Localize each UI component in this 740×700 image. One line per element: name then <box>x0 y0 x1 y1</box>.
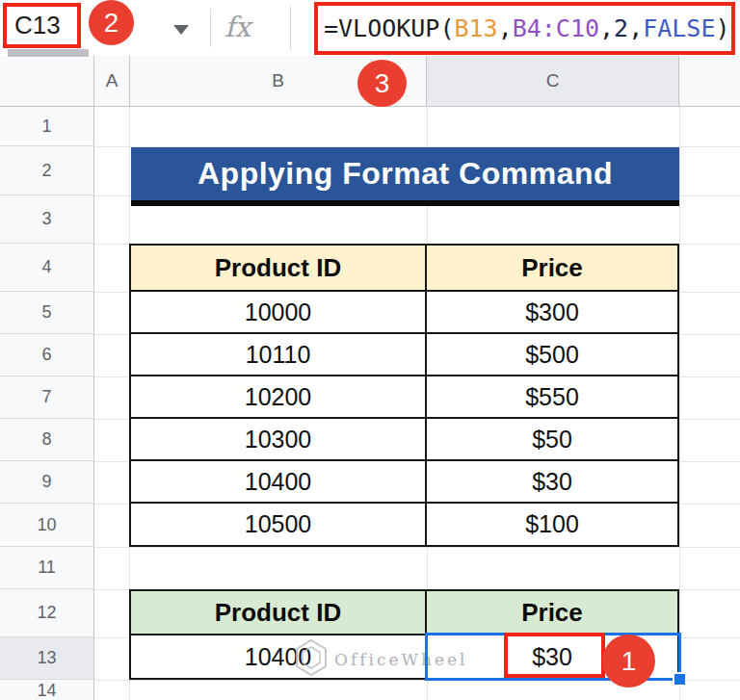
formula-token-lookup-ref: B13 <box>454 14 497 42</box>
row-header-13-selected[interactable]: 13 <box>0 637 93 680</box>
annotation-rect-result <box>504 633 605 678</box>
formula-token: =VLOOKUP( <box>324 14 454 42</box>
column-header-d-partial[interactable] <box>679 56 740 107</box>
cell-b5[interactable]: 10000 <box>131 292 427 332</box>
fx-icon: fx <box>225 11 280 43</box>
cell-c6[interactable]: $500 <box>427 334 677 375</box>
title-banner-cell[interactable]: Applying Format Command <box>131 147 679 206</box>
annotation-rect-name-box <box>3 3 81 48</box>
annotation-badge-1: 1 <box>602 635 655 687</box>
formula-token-boolean: FALSE <box>643 14 715 42</box>
header-cell-price[interactable]: Price <box>427 591 677 634</box>
row-header-8[interactable]: 8 <box>0 419 93 461</box>
cell-c8[interactable]: $50 <box>427 419 677 459</box>
cell-b13-lookup-value[interactable]: 10400 <box>131 635 427 678</box>
row-header-4[interactable]: 4 <box>0 244 93 292</box>
table-row: 10000 $300 <box>131 292 677 334</box>
row-header-7[interactable]: 7 <box>0 376 93 419</box>
row-header-9[interactable]: 9 <box>0 461 93 504</box>
lookup-table: Product ID Price 10000 $300 10110 $500 1… <box>129 244 679 547</box>
row-header-1[interactable]: 1 <box>0 107 93 146</box>
row-header-10[interactable]: 10 <box>0 504 93 547</box>
formula-input[interactable]: =VLOOKUP(B13,B4:C10,2,FALSE) <box>314 2 735 55</box>
cell-b6[interactable]: 10110 <box>131 334 427 375</box>
select-all-corner[interactable] <box>0 56 94 107</box>
header-cell-product-id[interactable]: Product ID <box>131 591 427 634</box>
formula-token-index: 2 <box>614 14 628 42</box>
annotation-badge-3: 3 <box>357 60 407 107</box>
row-header-column: 1 2 3 4 5 6 7 8 9 10 11 12 13 14 <box>0 107 94 700</box>
column-header-c[interactable]: C <box>427 56 679 107</box>
table-header-row: Product ID Price <box>131 246 677 292</box>
row-header-11[interactable]: 11 <box>0 547 93 589</box>
cell-c7[interactable]: $550 <box>427 376 677 417</box>
formula-token: , <box>498 14 513 42</box>
table-row: 10500 $100 <box>131 504 677 545</box>
table-row: 10200 $550 <box>131 376 677 419</box>
row-header-2[interactable]: 2 <box>0 146 93 195</box>
corner-shade-bar <box>8 49 89 57</box>
toolbar-divider <box>290 6 291 50</box>
cell-c9[interactable]: $30 <box>427 461 677 502</box>
row-header-5[interactable]: 5 <box>0 292 93 334</box>
formula-token-range-ref: B4:C10 <box>513 14 599 42</box>
table-row: 10300 $50 <box>131 419 677 461</box>
name-box-dropdown-icon[interactable] <box>173 25 189 35</box>
row-header-12[interactable]: 12 <box>0 589 93 637</box>
cell-b7[interactable]: 10200 <box>131 376 427 417</box>
cell-c10[interactable]: $100 <box>427 504 677 545</box>
cell-b8[interactable]: 10300 <box>131 419 427 459</box>
cell-b9[interactable]: 10400 <box>131 461 427 502</box>
cell-c5[interactable]: $300 <box>427 292 677 332</box>
column-header-a[interactable]: A <box>94 56 130 107</box>
toolbar-divider <box>210 9 211 47</box>
formula-token: , <box>628 14 643 42</box>
formula-token: , <box>599 14 614 42</box>
row-header-6[interactable]: 6 <box>0 334 93 376</box>
table-header-row: Product ID Price <box>131 591 677 635</box>
table-row: 10110 $500 <box>131 334 677 376</box>
formula-token: ) <box>715 14 729 42</box>
gridline-row <box>94 547 740 548</box>
annotation-badge-2: 2 <box>89 0 134 45</box>
formula-text: =VLOOKUP(B13,B4:C10,2,FALSE) <box>324 14 730 42</box>
row-header-3[interactable]: 3 <box>0 195 93 244</box>
table-row: 10400 $30 <box>131 461 677 504</box>
row-header-14[interactable]: 14 <box>0 680 93 700</box>
header-cell-price[interactable]: Price <box>427 246 677 290</box>
cell-b10[interactable]: 10500 <box>131 504 427 545</box>
header-cell-product-id[interactable]: Product ID <box>131 246 427 290</box>
fill-handle[interactable] <box>673 672 687 687</box>
banner-title: Applying Format Command <box>198 156 613 192</box>
